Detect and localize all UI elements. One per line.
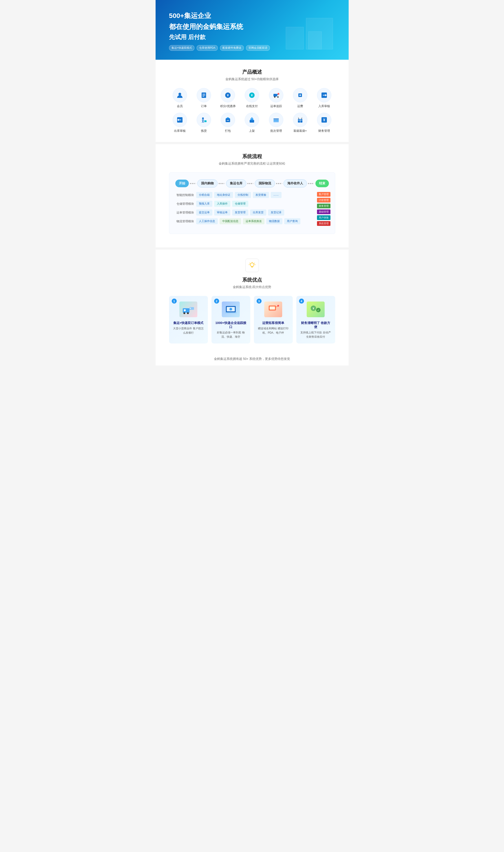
feature-item-10: 上架 [241,113,263,133]
feature-item-8: 拣货 [193,113,215,133]
adv-title-2: 运营拓客很简单 [257,321,289,325]
flow-step-3: 国际物流 [255,179,275,187]
svg-point-11 [277,96,278,98]
feature-label-3: 在线支付 [246,104,258,108]
feature-item-13: ¥ 财务管理 [313,113,335,133]
svg-rect-52 [183,308,190,313]
feature-icon-boxing [293,113,307,127]
side-tag-5: 系统管理 [317,221,330,226]
module-tag-2-4: 发货记录 [268,210,284,216]
module-tag-2-2: 发货管理 [232,210,248,216]
svg-point-55 [187,312,189,314]
bottom-note: 金蚂集运系统拥有超 50+ 系统优势，更多优势待您发觉 [156,352,349,365]
adv-desc-1: 好集运必须一单到底 物流、快递、海空 [215,330,247,339]
module-row-0: 智能控制模块 分稻合箱 地址身份证 分拣控制 发货查验 …… [174,192,315,198]
svg-rect-38 [273,121,279,122]
module-tags-0: 分稻合箱 地址身份证 分拣控制 发货查验 …… [196,192,315,198]
flow-title: 系统流程 [169,153,335,160]
module-row-3: 物流管理模块 人工操作信息 中国配送信息 运单系统推送 物流数据 用户查询 [174,218,315,224]
side-tag-3: 基础管理 [317,210,330,214]
module-tag-1-1: 入库操作 [214,201,230,207]
svg-rect-28 [204,120,206,122]
feature-label-12: 装箱装袋+ [293,129,307,133]
svg-rect-61 [225,312,236,313]
side-tags: 客户管理 计价管理 财务管理 基础管理 用户体验 系统管理 [317,192,330,227]
module-rows-container: 智能控制模块 分稻合箱 地址身份证 分拣控制 发货查验 …… 仓储管理模块 [174,192,330,227]
module-row-1: 仓储管理模块 预报入库 入库操作 仓储管理 [174,201,315,207]
svg-text:¥: ¥ [227,93,229,97]
feature-icon-order [197,88,211,102]
feature-item-1: 订单 [193,88,215,108]
product-subtitle: 金蚂集运系统超过 50+功能模块供选择 [169,77,335,81]
adv-desc-0: 大货小货商业件 客户想怎么发都行 [173,326,204,335]
feature-label-9: 打包 [225,129,231,133]
svg-text:¥: ¥ [313,307,314,310]
module-tag-0-1: 地址身份证 [214,192,233,198]
module-label-1: 仓储管理模块 [174,202,194,206]
svg-rect-63 [270,306,275,310]
svg-point-46 [250,263,254,267]
hero-tag-2: 配套硬件免费送 [220,45,244,51]
flow-step-2: 集运仓库 [226,179,246,187]
hero-decoration [277,4,340,49]
adv-illustration-1 [222,302,240,317]
adv-card-3: 4 ¥✓ 财务清晰明了 收款方便 支持线上线下付款 自动产生财务应收应付 [296,296,335,344]
side-tag-4: 用户体验 [317,215,330,220]
svg-text:✓: ✓ [317,309,320,312]
flow-node-1: 国内购物 [197,179,218,187]
flow-step-1: 国内购物 [197,179,218,187]
flow-node-2: 集运仓库 [226,179,246,187]
feature-item-12: 装箱装袋+ [289,113,311,133]
module-tag-2-0: 提交运单 [196,210,212,216]
feature-label-10: 上架 [249,129,255,133]
adv-num-0: 1 [172,298,177,304]
adv-grid: 1 集运+快递双订单模式 大货小货商业件 客户想怎么发都行 2 1000+快递企… [169,296,335,344]
feature-icon-points: ¥ [221,88,235,102]
feature-item-9: 打包 [217,113,239,133]
svg-rect-57 [190,308,191,309]
feature-icon-outbound [173,113,187,127]
adv-card-2: 3 运营拓客很简单 赠送域名和网站 赠送打印机、PDA、电子秤 [254,296,293,344]
svg-point-0 [179,93,181,95]
adv-img-0 [173,301,204,318]
flow-subtitle: 金蚂集运系统拥有严谨完善的流程 让运营更轻松 [169,162,335,166]
adv-title-0: 集运+快递双订单模式 [173,321,204,325]
feature-item-7: 出库审核 [169,113,191,133]
module-tag-2-1: 审核运单 [214,210,230,216]
svg-rect-66 [270,310,276,311]
adv-card-1: 2 1000+快递企业追踪接口 好集运必须一单到底 物流、快递、海空 [212,296,250,344]
feature-label-13: 财务管理 [318,129,330,133]
feature-label-8: 拣货 [201,129,207,133]
svg-marker-34 [251,117,253,119]
module-tag-1-0: 预报入库 [196,201,212,207]
feature-grid: 会员 订单 ¥ 积分/优惠券 ¥ 在线支付 ! 运单追踪 [169,88,335,133]
module-tag-3-4: 用户查询 [284,218,300,224]
svg-text:¥: ¥ [323,118,325,122]
module-label-2: 运单管理模块 [174,211,194,215]
adv-title: 系统优点 [169,277,335,283]
feature-label-7: 出库审核 [174,129,186,133]
svg-line-49 [250,263,250,264]
svg-point-65 [277,305,279,307]
feature-icon-finance: ¥ [317,113,331,127]
feature-label-6: 入库审核 [318,104,330,108]
flow-step-4: 海外收件人 [284,179,307,187]
feature-icon-picking [197,113,211,127]
flow-section: 系统流程 金蚂集运系统拥有严谨完善的流程 让运营更轻松 开始 › 国内购物 › [156,144,349,248]
flow-connector-1: › [219,182,225,185]
module-label-0: 智能控制模块 [174,193,194,197]
feature-item-0: 会员 [169,88,191,108]
module-tags-2: 提交运单 审核运单 发货管理 出库发货 发货记录 [196,210,315,216]
flow-diagram: 开始 › 国内购物 › 集运仓库 [169,173,335,234]
adv-desc-2: 赠送域名和网站 赠送打印机、PDA、电子秤 [257,326,289,335]
flow-node-4: 海外收件人 [284,179,307,187]
feature-item-4: ! 运单追踪 [265,88,287,108]
product-section: 产品概述 金蚂集运系统超过 50+功能模块供选择 会员 订单 ¥ 积分/优惠券 … [156,60,349,142]
svg-marker-30 [226,117,230,119]
hero-banner: 500+集运企业 都在使用的金蚂集运系统 先试用 后付款 集运+快递双模式 仓库… [156,0,349,60]
side-tag-2: 财务管理 [317,204,330,209]
flow-node-start: 开始 [175,180,189,187]
advantages-section: 系统优点 金蚂集运系统·四大特点优势 1 集运+快递双订单模式 大货小货商业件 … [156,250,349,352]
hero-tag-1: 仓库使用PDA [197,45,218,51]
feature-icon-shelving [245,113,259,127]
